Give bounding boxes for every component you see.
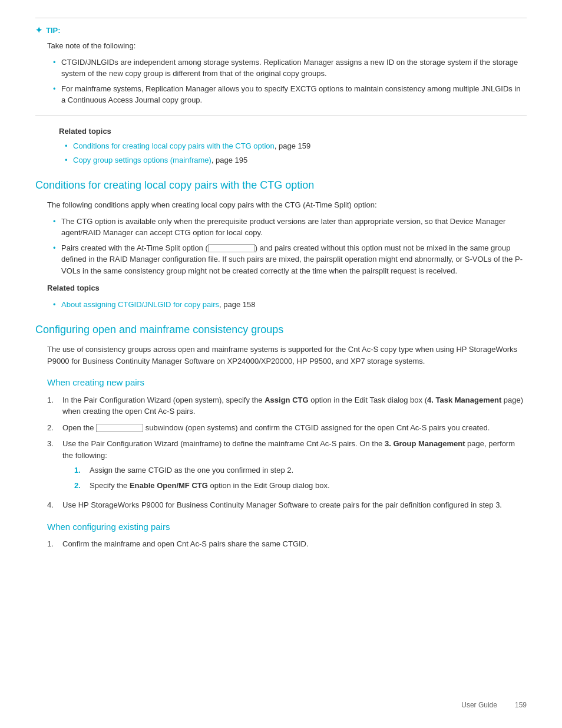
section2-body: The use of consistency groups across ope…: [35, 344, 527, 550]
substep-3-1-num: 1.: [74, 465, 85, 476]
substep-3-2-num: 2.: [74, 480, 85, 492]
section2-heading: Configuring open and mainframe consisten…: [35, 322, 527, 338]
step-4: 4. Use HP StorageWorks P9000 for Busines…: [47, 499, 527, 511]
divider-1: [35, 116, 527, 116]
tip-section: ✦ TIP: Take note of the following: CTGID…: [35, 18, 527, 106]
step-3-substeps: 1. Assign the same CTGID as the one you …: [62, 465, 527, 491]
step-2: 2. Open the subwindow (open systems) and…: [47, 422, 527, 434]
section1-intro: The following conditions apply when crea…: [47, 199, 527, 211]
substep-3-2-content: Specify the Enable Open/MF CTG option in…: [90, 480, 527, 492]
step-2-num: 2.: [47, 422, 58, 434]
step-3: 3. Use the Pair Configuration Wizard (ma…: [47, 438, 527, 495]
tip-label: TIP:: [46, 25, 61, 37]
subsection2-steps: 1. Confirm the mainframe and open Cnt Ac…: [47, 538, 527, 550]
section1-related-list: About assigning CTGID/JNLGID for copy pa…: [47, 299, 527, 311]
related-topics-1: Related topics Conditions for creating l…: [35, 126, 527, 166]
step-2-content: Open the subwindow (open systems) and co…: [62, 422, 527, 434]
section1-related-heading: Related topics: [47, 282, 527, 294]
tip-header: ✦ TIP:: [35, 24, 527, 37]
section1-related-page-1: , page 158: [219, 300, 255, 309]
step-1-bold-1: Assign CTG: [265, 396, 308, 404]
related-topic-1-link-2[interactable]: Copy group settings options (mainframe): [73, 156, 211, 164]
section1-related-link-1[interactable]: About assigning CTGID/JNLGID for copy pa…: [61, 300, 219, 309]
substep-3-1-content: Assign the same CTGID as the one you con…: [90, 465, 527, 476]
step-1-content: In the Pair Configuration Wizard (open s…: [62, 394, 527, 417]
related-topics-1-heading: Related topics: [59, 126, 527, 137]
subsection2-heading: When configuring existing pairs: [47, 521, 527, 534]
related-topic-1-item-2: Copy group settings options (mainframe),…: [65, 154, 527, 166]
tip-body: Take note of the following: CTGID/JNLGID…: [35, 40, 527, 106]
inline-box: [208, 244, 255, 252]
step-3-content: Use the Pair Configuration Wizard (mainf…: [62, 438, 527, 495]
tip-intro: Take note of the following:: [47, 40, 527, 52]
step-3-bold: 3. Group Management: [385, 439, 465, 448]
step-4-num: 4.: [47, 499, 58, 511]
subsection1-heading: When creating new pairs: [47, 376, 527, 390]
step-3-num: 3.: [47, 438, 58, 495]
existing-step-1-content: Confirm the mainframe and open Cnt Ac-S …: [62, 538, 527, 550]
tip-icon: ✦: [35, 24, 42, 37]
page-content: ✦ TIP: Take note of the following: CTGID…: [35, 18, 527, 550]
step-4-content: Use HP StorageWorks P9000 for Business C…: [62, 499, 527, 511]
tip-bullet-1: CTGID/JNLGIDs are independent among stor…: [53, 57, 527, 80]
related-topic-1-page-2: , page 195: [211, 156, 247, 164]
related-topic-1-link-1[interactable]: Conditions for creating local copy pairs…: [73, 141, 275, 150]
section1-bullet-1: The CTG option is available only when th…: [53, 216, 527, 239]
section2-intro: The use of consistency groups across ope…: [47, 344, 527, 367]
section1-heading: Conditions for creating local copy pairs…: [35, 177, 527, 193]
substep-3-1: 1. Assign the same CTGID as the one you …: [74, 465, 527, 476]
related-topic-1-page-1: , page 159: [275, 141, 310, 150]
section1-body: The following conditions apply when crea…: [35, 199, 527, 310]
substep-3-2-bold: Enable Open/MF CTG: [130, 481, 208, 490]
existing-step-1: 1. Confirm the mainframe and open Cnt Ac…: [47, 538, 527, 550]
section1-bullet-2: Pairs created with the At-Time Split opt…: [53, 242, 527, 277]
tip-bullets: CTGID/JNLGIDs are independent among stor…: [47, 57, 527, 106]
related-topic-1-item-1: Conditions for creating local copy pairs…: [65, 140, 527, 152]
section1-related-item-1: About assigning CTGID/JNLGID for copy pa…: [53, 299, 527, 311]
footer-label: User Guide: [461, 700, 497, 710]
existing-step-1-num: 1.: [47, 538, 58, 550]
section1-bullets: The CTG option is available only when th…: [47, 216, 527, 277]
footer: User Guide 159: [461, 700, 527, 710]
subsection1-steps: 1. In the Pair Configuration Wizard (ope…: [47, 394, 527, 511]
step-1-num: 1.: [47, 394, 58, 417]
step-1: 1. In the Pair Configuration Wizard (ope…: [47, 394, 527, 417]
footer-page: 159: [515, 700, 527, 710]
step-1-bold-2: 4. Task Management: [427, 396, 501, 404]
substep-3-2: 2. Specify the Enable Open/MF CTG option…: [74, 480, 527, 492]
tip-bullet-2: For mainframe systems, Replication Manag…: [53, 83, 527, 106]
step-2-inline-box: [96, 424, 143, 432]
related-topics-1-list: Conditions for creating local copy pairs…: [59, 140, 527, 166]
